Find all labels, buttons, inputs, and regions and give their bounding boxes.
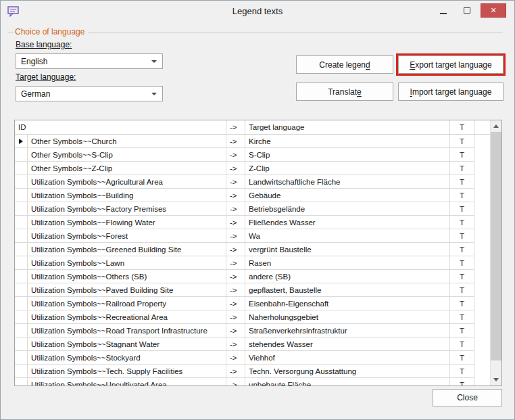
target-language-cell[interactable]: Naherholungsgebiet (245, 310, 450, 323)
row-selector-cell[interactable] (15, 378, 28, 386)
id-cell[interactable]: Utilization Symbols~~Tech. Supply Facili… (28, 365, 226, 377)
row-selector-cell[interactable] (15, 229, 28, 242)
arrow-cell[interactable]: -> (226, 135, 245, 147)
arrow-cell[interactable]: -> (226, 270, 245, 283)
t-cell[interactable]: T (450, 310, 474, 323)
target-language-cell[interactable]: Z-Clip (245, 162, 450, 174)
arrow-cell[interactable]: -> (226, 216, 245, 229)
table-row[interactable]: Utilization Symbols~~Uncultivated Area -… (15, 378, 474, 386)
arrow-cell[interactable]: -> (226, 297, 245, 310)
id-cell[interactable]: Utilization Symbols~~Railroad Property (28, 297, 226, 310)
table-row[interactable]: Utilization Symbols~~Recreational Area -… (15, 310, 474, 324)
row-selector-cell[interactable] (15, 283, 28, 296)
target-language-cell[interactable]: andere (SB) (245, 270, 450, 283)
arrow-cell[interactable]: -> (226, 175, 245, 188)
t-cell[interactable]: T (450, 297, 474, 310)
row-selector-cell[interactable] (15, 189, 28, 202)
table-row[interactable]: Utilization Symbols~~Railroad Property -… (15, 297, 474, 310)
arrow-cell[interactable]: -> (226, 256, 245, 269)
import-target-language-button[interactable]: Import target language (398, 83, 504, 101)
table-row[interactable]: Utilization Symbols~~Greened Building Si… (15, 243, 474, 256)
translate-button[interactable]: Translate (296, 83, 393, 101)
table-row[interactable]: Other Symbols~~Z-Clip -> Z-Clip T (15, 162, 474, 175)
target-language-cell[interactable]: stehendes Wasser (245, 337, 450, 350)
id-cell[interactable]: Utilization Symbols~~Building (28, 189, 226, 202)
t-cell[interactable]: T (450, 270, 474, 283)
target-language-cell[interactable]: Gebäude (245, 189, 450, 202)
row-selector-cell[interactable] (15, 148, 28, 161)
close-window-button[interactable]: ✕ (481, 3, 506, 18)
table-row[interactable]: Utilization Symbols~~Stockyard -> Viehho… (15, 351, 474, 365)
arrow-cell[interactable]: -> (226, 243, 245, 256)
arrow-cell[interactable]: -> (226, 189, 245, 202)
target-language-cell[interactable]: Betriebsgelände (245, 202, 450, 215)
column-header-t[interactable]: T (450, 120, 474, 134)
table-row[interactable]: Utilization Symbols~~Building -> Gebäude… (15, 189, 474, 202)
arrow-cell[interactable]: -> (226, 337, 245, 350)
t-cell[interactable]: T (450, 378, 474, 386)
target-language-cell[interactable]: Wa (245, 229, 450, 242)
row-selector-cell[interactable] (15, 351, 28, 364)
column-header-arrow[interactable]: -> (226, 120, 245, 134)
target-language-select[interactable]: German (16, 86, 163, 101)
arrow-cell[interactable]: -> (226, 351, 245, 364)
t-cell[interactable]: T (450, 256, 474, 269)
id-cell[interactable]: Utilization Symbols~~Factory Premises (28, 202, 226, 215)
t-cell[interactable]: T (450, 324, 474, 337)
id-cell[interactable]: Utilization Symbols~~Flowing Water (28, 216, 226, 229)
t-cell[interactable]: T (450, 365, 474, 377)
arrow-cell[interactable]: -> (226, 229, 245, 242)
table-row[interactable]: Utilization Symbols~~Factory Premises ->… (15, 202, 474, 216)
id-cell[interactable]: Other Symbols~~Church (28, 135, 226, 147)
row-selector-cell[interactable] (15, 270, 28, 283)
row-selector-cell[interactable] (15, 337, 28, 350)
row-selector-cell[interactable] (15, 256, 28, 269)
id-cell[interactable]: Utilization Symbols~~Greened Building Si… (28, 243, 226, 256)
table-row[interactable]: Utilization Symbols~~Tech. Supply Facili… (15, 365, 474, 378)
column-header-target-language[interactable]: Target language (245, 120, 450, 134)
t-cell[interactable]: T (450, 229, 474, 242)
t-cell[interactable]: T (450, 351, 474, 364)
target-language-cell[interactable]: Straßenverkehrsinfrastruktur (245, 324, 450, 337)
target-language-cell[interactable]: S-Clip (245, 148, 450, 161)
table-row[interactable]: Utilization Symbols~~Forest -> Wa T (15, 229, 474, 243)
row-selector-cell[interactable] (15, 297, 28, 310)
table-row[interactable]: Utilization Symbols~~Others (SB) -> ande… (15, 270, 474, 283)
arrow-cell[interactable]: -> (226, 365, 245, 377)
arrow-cell[interactable]: -> (226, 324, 245, 337)
target-language-cell[interactable]: unbebaute Fläche (245, 378, 450, 386)
target-language-cell[interactable]: gepflastert, Baustelle (245, 283, 450, 296)
vertical-scrollbar[interactable] (490, 120, 501, 386)
id-cell[interactable]: Utilization Symbols~~Stockyard (28, 351, 226, 364)
id-cell[interactable]: Utilization Symbols~~Stagnant Water (28, 337, 226, 350)
scroll-up-button[interactable] (491, 120, 501, 132)
t-cell[interactable]: T (450, 283, 474, 296)
id-cell[interactable]: Utilization Symbols~~Paved Building Site (28, 283, 226, 296)
table-row[interactable]: Utilization Symbols~~Flowing Water -> Fl… (15, 216, 474, 229)
target-language-cell[interactable]: Kirche (245, 135, 450, 147)
scroll-down-button[interactable] (491, 374, 501, 386)
id-cell[interactable]: Utilization Symbols~~Recreational Area (28, 310, 226, 323)
t-cell[interactable]: T (450, 243, 474, 256)
base-language-select[interactable]: English (16, 53, 163, 69)
target-language-cell[interactable]: Landwirtschaftliche Fläche (245, 175, 450, 188)
maximize-button[interactable] (457, 3, 476, 18)
table-row[interactable]: Other Symbols~~Church -> Kirche T (15, 135, 474, 148)
row-selector-cell[interactable] (15, 365, 28, 377)
create-legend-button[interactable]: Create legend (296, 55, 393, 74)
t-cell[interactable]: T (450, 337, 474, 350)
close-dialog-button[interactable]: Close (433, 389, 502, 406)
table-row[interactable]: Utilization Symbols~~Lawn -> Rasen T (15, 256, 474, 270)
t-cell[interactable]: T (450, 216, 474, 229)
table-row[interactable]: Utilization Symbols~~Stagnant Water -> s… (15, 337, 474, 351)
row-selector-cell[interactable] (15, 162, 28, 174)
table-row[interactable]: Utilization Symbols~~Paved Building Site… (15, 283, 474, 297)
id-cell[interactable]: Other Symbols~~S-Clip (28, 148, 226, 161)
id-cell[interactable]: Utilization Symbols~~Uncultivated Area (28, 378, 226, 386)
target-language-cell[interactable]: Eisenbahn-Eigenschaft (245, 297, 450, 310)
id-cell[interactable]: Utilization Symbols~~Road Transport Infr… (28, 324, 226, 337)
export-target-language-button[interactable]: Export target language (398, 55, 504, 74)
id-cell[interactable]: Utilization Symbols~~Others (SB) (28, 270, 226, 283)
row-selector-cell[interactable] (15, 175, 28, 188)
row-selector-cell[interactable] (15, 310, 28, 323)
